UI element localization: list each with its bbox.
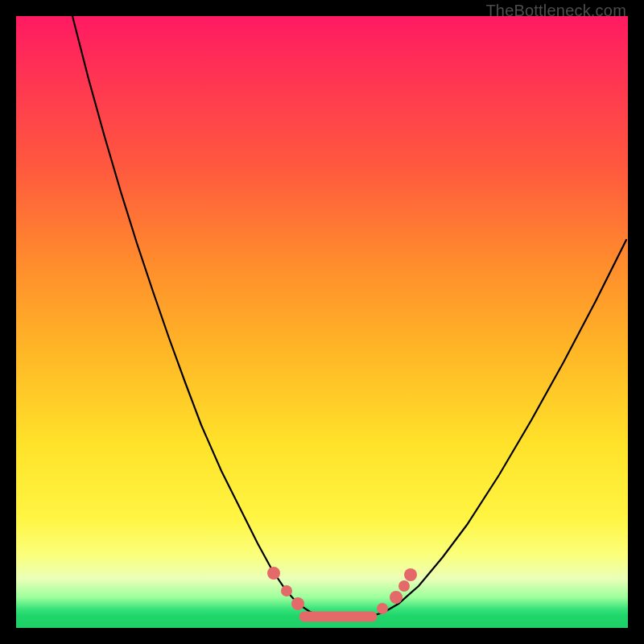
highlight-bead [390,591,402,604]
highlight-bead [398,580,410,592]
highlight-bead [377,603,388,614]
highlight-bead [281,585,292,597]
outer-frame: TheBottleneck.com [0,0,644,644]
curve-layer [16,16,628,628]
highlight-bead [291,597,304,610]
bottleneck-curve-path [72,16,626,618]
highlight-bead [267,567,280,580]
plot-area [16,16,628,628]
highlight-bead [404,568,417,581]
